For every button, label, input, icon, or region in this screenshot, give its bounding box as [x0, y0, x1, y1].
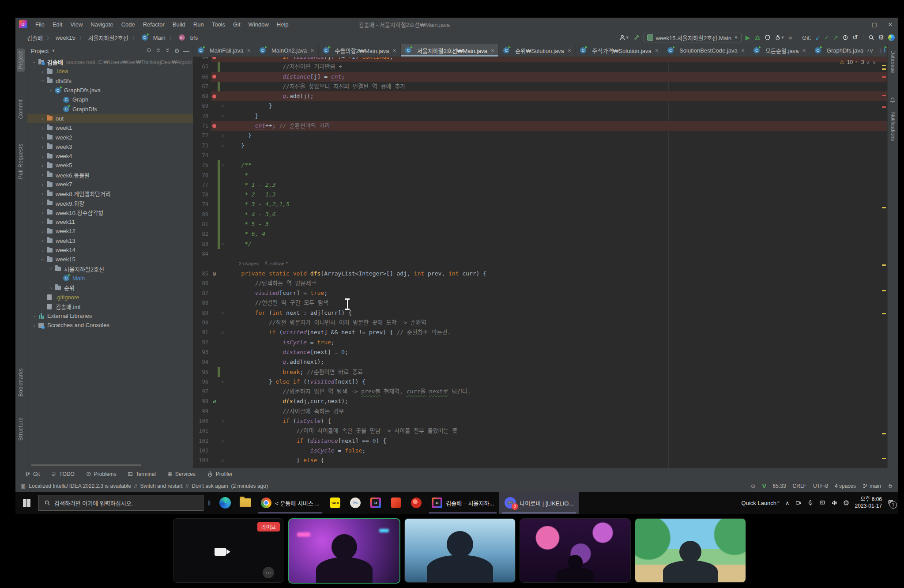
tree-item[interactable]: CGraph — [27, 95, 193, 104]
next-problem-icon[interactable]: ∨ — [873, 60, 876, 65]
tree-chevron-icon[interactable]: › — [39, 200, 46, 206]
fold-icon[interactable] — [220, 446, 226, 456]
line-number[interactable]: 70 — [193, 111, 211, 121]
code-line[interactable]: 94 q.add(next); — [193, 357, 887, 367]
error-stripe-mark[interactable] — [882, 458, 886, 459]
debug-button[interactable] — [754, 34, 761, 41]
gutter-icons[interactable] — [211, 407, 218, 416]
gutter-icons[interactable] — [211, 57, 218, 62]
code-line[interactable]: 82 * 6, 4 — [193, 229, 887, 239]
tree-item[interactable]: ›CGraphDfs.java — [27, 86, 193, 95]
toolwindow-todo[interactable]: TODO — [51, 471, 74, 477]
tree-item[interactable]: ›week7 — [27, 180, 193, 189]
fold-icon[interactable] — [220, 229, 226, 239]
line-number[interactable]: 88 — [193, 298, 211, 308]
breadcrumb-item[interactable]: week15 — [56, 34, 75, 41]
fold-icon[interactable]: ∨ — [220, 239, 226, 249]
webcam-thumbnail[interactable] — [520, 518, 631, 583]
switch-restart-link[interactable]: Switch and restart — [140, 483, 183, 489]
gutter-icons[interactable] — [211, 249, 218, 259]
toolwindow-services[interactable]: Services — [167, 471, 196, 477]
code-line[interactable]: 80 * 4 - 3,6 — [193, 210, 887, 219]
error-stripe-mark[interactable] — [882, 76, 886, 78]
code-line[interactable]: 64 if (distance[j] != -1) continue; — [193, 57, 887, 62]
menu-code[interactable]: Code — [117, 21, 139, 28]
taskbar-discord-window[interactable]: 🎮2나이로비 | [LIKELIO... — [499, 492, 579, 514]
tree-item[interactable]: ›서울지하철2호선 — [27, 264, 193, 274]
line-number[interactable]: 64 — [193, 57, 211, 62]
fold-icon[interactable]: ∨ — [220, 160, 226, 170]
tree-item[interactable]: ›week11 — [27, 217, 193, 226]
taskbar-edge-icon[interactable] — [215, 492, 235, 514]
gutter-icons[interactable] — [211, 72, 218, 82]
typo-count[interactable]: 3 — [861, 59, 864, 65]
tool-stripe-pull-requests[interactable]: Pull Requests — [17, 141, 25, 182]
taskbar-search-input[interactable]: 검색하려면 여기에 입력하십시오. — [38, 495, 203, 511]
code-line[interactable]: 101 //이미 사이클에 속한 곳을 만남 -> 사이클 전부 돌았따는 뜻 — [193, 426, 887, 436]
tree-item[interactable]: ›week12 — [27, 226, 193, 236]
tree-item[interactable]: .gitignore — [27, 292, 193, 302]
line-number[interactable]: 85 — [193, 269, 211, 279]
tree-item[interactable]: CMain — [27, 274, 193, 283]
fold-icon[interactable]: ∨ — [220, 377, 226, 387]
tree-item[interactable]: ›week2 — [27, 132, 193, 142]
tree-item[interactable]: ›김솔배sources root, C:₩Users₩iser₩Thinking… — [27, 57, 193, 67]
gutter-icons[interactable] — [211, 416, 218, 426]
gutter-icons[interactable] — [211, 121, 218, 131]
gutter-icons[interactable] — [211, 279, 218, 288]
line-number[interactable]: 66 — [193, 72, 211, 82]
line-number[interactable]: 97 — [193, 387, 211, 396]
tree-chevron-icon[interactable]: › — [39, 154, 46, 159]
line-number[interactable]: 72 — [193, 131, 211, 140]
gutter-icons[interactable] — [211, 436, 218, 446]
taskbar-snip-icon[interactable]: ✂ — [345, 492, 365, 514]
locate-file-button[interactable] — [146, 47, 152, 54]
code-line[interactable]: 67 //지선을 찾았으니 지선의 연결된 역 큐에 추가 — [193, 82, 887, 91]
indent-setting[interactable]: 4 spaces — [835, 483, 856, 489]
code-line[interactable]: 91∨ if (visited[next] && next != prev) {… — [193, 328, 887, 337]
code-line[interactable]: 78 * 2 - 1,3 — [193, 190, 887, 200]
search-everywhere-button[interactable] — [868, 34, 874, 41]
line-number[interactable]: 93 — [193, 347, 211, 357]
tab-close-icon[interactable]: ✕ — [491, 48, 494, 53]
line-number[interactable]: 69 — [193, 101, 211, 111]
tree-item[interactable]: ›week3 — [27, 142, 193, 151]
inspection-profile-widget[interactable]: V — [762, 483, 766, 490]
fold-icon[interactable]: ∨ — [220, 436, 226, 446]
error-stripe-mark[interactable] — [882, 68, 886, 70]
gutter-icons[interactable] — [211, 347, 218, 357]
line-number[interactable]: 84 — [193, 249, 211, 259]
tab-close-icon[interactable]: ✕ — [310, 48, 314, 53]
run-button[interactable]: ▶ — [746, 34, 750, 41]
gutter-icons[interactable] — [211, 328, 218, 337]
quick-launch-more[interactable]: » — [777, 500, 780, 504]
code-line[interactable]: 86 //탐색하는 역 방문체크 — [193, 279, 887, 288]
tool-stripe-commit[interactable]: Commit — [17, 97, 25, 121]
fold-icon[interactable] — [220, 62, 226, 72]
breadcrumb-item[interactable]: mbfs — [178, 34, 198, 41]
more-options-button[interactable]: ⋯ — [263, 567, 274, 578]
fold-icon[interactable] — [220, 210, 226, 219]
tree-chevron-icon[interactable]: › — [39, 238, 46, 243]
line-number[interactable]: 95 — [193, 367, 211, 377]
webcam-thumbnail[interactable] — [404, 518, 516, 583]
fold-icon[interactable]: ∨ — [220, 111, 226, 121]
menu-help[interactable]: Help — [273, 21, 293, 28]
toolwindow-problems[interactable]: Problems — [86, 471, 117, 477]
tree-chevron-icon[interactable]: › — [39, 191, 46, 196]
tool-stripe-notifications[interactable]: Notifications — [889, 109, 896, 143]
taskbar-chrome-window[interactable]: < 운동메 서비스 ... — [256, 492, 325, 514]
line-number[interactable]: 100 — [193, 416, 211, 426]
code-line[interactable]: 70∨ } — [193, 111, 887, 121]
tree-chevron-icon[interactable]: › — [39, 69, 46, 74]
line-number[interactable]: 96 — [193, 377, 211, 387]
user-profile-button[interactable]: ▼ — [619, 34, 629, 41]
gutter-icons[interactable] — [211, 210, 218, 219]
line-number[interactable]: 71 — [193, 121, 211, 131]
fold-icon[interactable]: ∨ — [220, 416, 226, 426]
webcam-thumbnail[interactable] — [635, 518, 746, 583]
code-line[interactable]: 75∨ /** — [193, 160, 887, 170]
file-encoding[interactable]: UTF-8 — [813, 483, 828, 489]
gutter-icons[interactable] — [211, 111, 218, 121]
line-number[interactable]: 65 — [193, 62, 211, 72]
